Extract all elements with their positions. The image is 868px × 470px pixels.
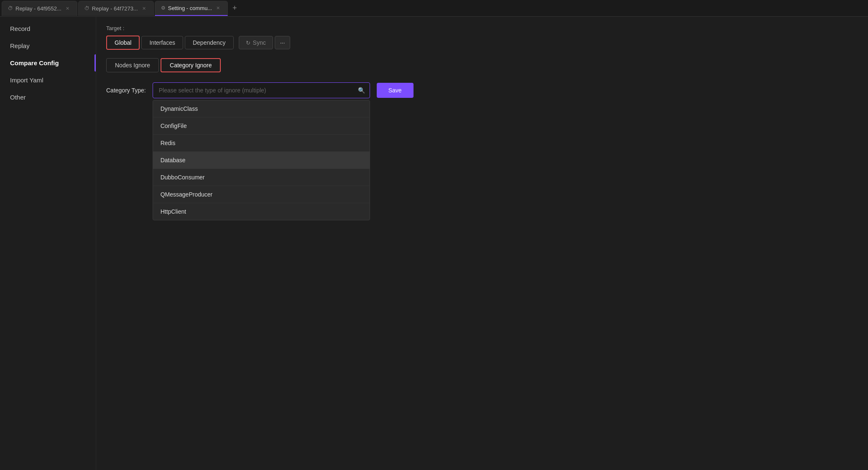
tab-label-3: Setting - commu... [168, 5, 212, 11]
category-type-input[interactable] [153, 82, 370, 98]
sidebar: Record Replay Compare Config Import Yaml… [0, 17, 96, 470]
dropdown-item-redis[interactable]: Redis [153, 135, 370, 152]
sub-tab-nodes-ignore[interactable]: Nodes Ignore [106, 58, 159, 72]
sidebar-label-replay: Replay [10, 42, 30, 49]
target-label: Target : [106, 25, 858, 31]
tab-setting[interactable]: ⚙ Setting - commu... ✕ [155, 1, 228, 16]
sub-tab-category-ignore[interactable]: Category Ignore [161, 58, 221, 72]
add-tab-button[interactable]: + [229, 3, 240, 14]
save-button[interactable]: Save [377, 83, 414, 98]
category-type-label: Category Type: [106, 87, 146, 94]
dropdown-item-dubbo-consumer[interactable]: DubboConsumer [153, 169, 370, 186]
sync-label: Sync [253, 39, 266, 46]
sidebar-item-record[interactable]: Record [0, 20, 96, 37]
tab-bar: ⏱ Replay - 64f9552... ✕ ⏱ Replay - 64f72… [0, 0, 868, 17]
sidebar-item-other[interactable]: Other [0, 89, 96, 106]
sidebar-label-import-yaml: Import Yaml [10, 77, 43, 84]
sub-tabs: Nodes Ignore Category Ignore [106, 58, 858, 72]
tab-replay-1[interactable]: ⏱ Replay - 64f9552... ✕ [2, 1, 77, 16]
dropdown-item-http-client[interactable]: HttpClient [153, 203, 370, 220]
dropdown-item-dynamic-class[interactable]: DynamicClass [153, 100, 370, 118]
settings-icon: ⚙ [161, 5, 166, 11]
tab-replay-2[interactable]: ⏱ Replay - 64f7273... ✕ [78, 1, 154, 16]
category-type-dropdown: DynamicClass ConfigFile Redis Database D… [153, 100, 370, 220]
main-layout: Record Replay Compare Config Import Yaml… [0, 17, 868, 470]
tab-close-2[interactable]: ✕ [140, 5, 148, 12]
tab-close-1[interactable]: ✕ [64, 5, 71, 12]
content-area: Target : Global Interfaces Dependency ↻ … [96, 17, 868, 470]
sync-button[interactable]: ↻ Sync [239, 36, 273, 49]
sidebar-label-other: Other [10, 94, 26, 101]
dropdown-item-database[interactable]: Database [153, 152, 370, 169]
sidebar-item-replay[interactable]: Replay [0, 37, 96, 54]
sync-icon: ↻ [246, 40, 250, 46]
category-type-row: Category Type: 🔍 DynamicClass ConfigFile… [106, 82, 858, 98]
dropdown-item-qmessage-producer[interactable]: QMessageProducer [153, 186, 370, 203]
tab-label-2: Replay - 64f7273... [92, 5, 138, 12]
tab-interfaces[interactable]: Interfaces [141, 36, 183, 49]
sidebar-label-record: Record [10, 25, 30, 32]
sidebar-label-compare-config: Compare Config [10, 59, 59, 66]
clock-icon-1: ⏱ [8, 5, 13, 11]
main-tab-buttons: Global Interfaces Dependency ↻ Sync ··· [106, 36, 858, 50]
clock-icon-2: ⏱ [84, 5, 89, 11]
sidebar-item-compare-config[interactable]: Compare Config [0, 54, 96, 72]
sidebar-item-import-yaml[interactable]: Import Yaml [0, 72, 96, 89]
tab-global[interactable]: Global [106, 36, 140, 50]
tab-close-3[interactable]: ✕ [214, 5, 222, 12]
tab-dependency[interactable]: Dependency [185, 36, 234, 49]
category-input-wrapper: 🔍 DynamicClass ConfigFile Redis Database… [153, 82, 370, 98]
more-button[interactable]: ··· [275, 36, 291, 49]
tab-label-1: Replay - 64f9552... [15, 5, 61, 12]
dropdown-item-config-file[interactable]: ConfigFile [153, 118, 370, 135]
